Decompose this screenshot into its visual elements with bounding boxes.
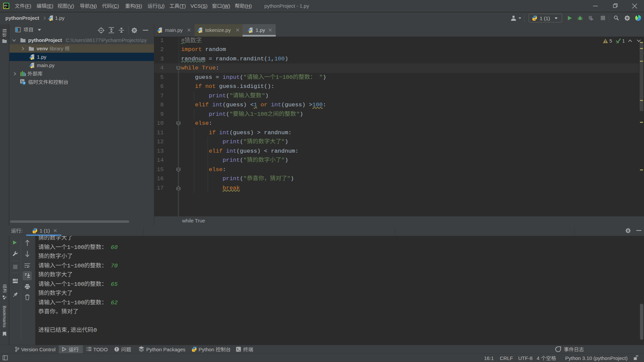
svg-text:PC: PC (4, 4, 8, 7)
